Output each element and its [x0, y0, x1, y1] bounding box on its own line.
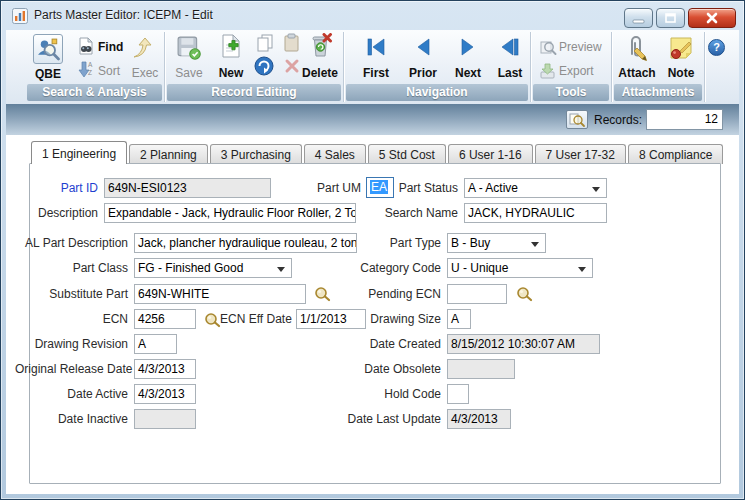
search-name-field[interactable]: JACK, HYDRAULIC [464, 203, 607, 223]
last-icon [500, 38, 520, 56]
maximize-button[interactable] [656, 8, 685, 28]
note-icon [668, 35, 694, 61]
ecn-eff-date-field[interactable]: 1/1/2013 [296, 309, 366, 329]
find-button[interactable] [77, 37, 95, 59]
export-icon [539, 62, 557, 80]
toolbar-separator [704, 32, 705, 102]
note-button[interactable] [668, 35, 694, 65]
tab-planning[interactable]: 2 Planning [129, 144, 208, 164]
svg-text:A: A [88, 61, 93, 68]
original-release-date-label: Original Release Date [15, 359, 128, 379]
close-button[interactable] [688, 8, 736, 28]
ecn-lookup-button[interactable] [203, 312, 221, 328]
tab-user-1-16[interactable]: 6 User 1-16 [448, 144, 533, 164]
substitute-part-field[interactable]: 649N-WHITE [134, 284, 306, 304]
svg-text:Z: Z [88, 69, 92, 76]
preview-icon [539, 38, 557, 56]
records-bar: Records: 12 [6, 104, 739, 135]
toolbar-group-attachments: Attach Note Attachments [612, 30, 704, 104]
drawing-revision-field[interactable]: A [134, 334, 177, 354]
group-header-attachments: Attachments [614, 84, 702, 101]
help-button[interactable]: ? [708, 39, 725, 56]
qbe-label: QBE [33, 67, 63, 81]
tab-std-cost[interactable]: 5 Std Cost [368, 144, 446, 164]
category-code-dropdown[interactable]: U - Unique [447, 258, 593, 278]
hold-code-field[interactable] [447, 384, 469, 404]
next-button[interactable] [459, 38, 477, 60]
last-label: Last [488, 66, 532, 80]
close-icon [689, 9, 735, 27]
part-class-dropdown[interactable]: FG - Finished Good [134, 258, 292, 278]
search-name-label: Search Name [378, 203, 458, 223]
paste-button [283, 33, 301, 57]
drawing-revision-label: Drawing Revision [28, 334, 128, 354]
tab-purchasing[interactable]: 3 Purchasing [210, 144, 302, 164]
export-label: Export [559, 64, 594, 78]
part-type-dropdown[interactable]: B - Buy [447, 233, 546, 253]
description-field[interactable]: Expandable - Jack, Hydraulic Floor Rolle… [104, 203, 356, 223]
al-part-description-field[interactable]: Jack, plancher hydraulique rouleau, 2 to… [134, 233, 357, 253]
part-status-dropdown[interactable]: A - Active [464, 178, 607, 198]
tab-compliance[interactable]: 8 Compliance [628, 144, 723, 164]
attach-label: Attach [616, 66, 658, 80]
sort-icon: A Z [77, 61, 94, 78]
new-label: New [213, 66, 249, 80]
refresh-button[interactable] [253, 55, 275, 81]
delete-button[interactable] [309, 33, 333, 63]
records-count-field[interactable]: 12 [646, 109, 723, 130]
substitute-part-lookup-button[interactable] [313, 286, 331, 302]
qbe-button[interactable] [33, 34, 63, 64]
records-search-button[interactable] [566, 110, 588, 129]
part-id-field[interactable]: 649N-ESI0123 [104, 178, 271, 198]
toolbar-group-navigation: First Prior Next Last Navigation [344, 30, 530, 104]
first-icon [366, 38, 386, 56]
parts-master-editor-window: Parts Master Editor: ICEPM - Edit [0, 0, 745, 500]
records-search-icon [567, 111, 587, 128]
copy-button[interactable] [255, 33, 275, 57]
sort-label: Sort [98, 64, 120, 78]
records-label: Records: [594, 113, 642, 127]
part-id-label: Part ID [28, 178, 98, 198]
exec-label: Exec [127, 66, 163, 80]
date-inactive-field[interactable] [134, 409, 196, 429]
tab-user-17-32[interactable]: 7 User 17-32 [535, 144, 626, 164]
part-type-label: Part Type [361, 233, 441, 253]
new-button[interactable] [219, 34, 243, 64]
note-label: Note [661, 66, 701, 80]
part-status-label: Part Status [378, 178, 458, 198]
pending-ecn-field[interactable] [447, 284, 507, 304]
date-obsolete-field[interactable] [447, 359, 515, 379]
pending-ecn-lookup-button[interactable] [515, 286, 533, 302]
tab-engineering[interactable]: 1 Engineering [31, 141, 127, 164]
title-bar[interactable]: Parts Master Editor: ICEPM - Edit [1, 1, 744, 30]
minimize-button[interactable] [624, 8, 653, 28]
date-active-field[interactable]: 4/3/2013 [134, 384, 196, 404]
ecn-field[interactable]: 4256 [134, 309, 196, 329]
drawing-size-field[interactable]: A [447, 309, 471, 329]
date-last-update-field[interactable]: 4/3/2013 [447, 409, 511, 429]
drawing-size-label: Drawing Size [361, 309, 441, 329]
attach-button[interactable] [624, 34, 648, 66]
attach-icon [624, 34, 648, 62]
part-class-label: Part Class [28, 258, 128, 278]
last-button[interactable] [500, 38, 520, 60]
preview-button [539, 38, 557, 60]
next-icon [459, 38, 477, 56]
tab-sales[interactable]: 4 Sales [304, 144, 366, 164]
date-created-field[interactable]: 8/15/2012 10:30:07 AM [447, 334, 600, 354]
prior-icon [414, 38, 432, 56]
first-button[interactable] [366, 38, 386, 60]
save-button [177, 36, 201, 64]
minimize-icon [625, 9, 652, 27]
preview-label: Preview [559, 40, 602, 54]
original-release-date-field[interactable]: 4/3/2013 [134, 359, 196, 379]
prior-label: Prior [401, 66, 445, 80]
pending-ecn-label: Pending ECN [361, 284, 441, 304]
hold-code-label: Hold Code [361, 384, 441, 404]
substitute-part-label: Substitute Part [28, 284, 128, 304]
window-title: Parts Master Editor: ICEPM - Edit [34, 8, 213, 22]
toolbar-group-tools: Preview Export Tools [531, 30, 611, 104]
save-icon [177, 36, 201, 60]
prior-button[interactable] [414, 38, 432, 60]
red-x-icon [284, 58, 300, 74]
